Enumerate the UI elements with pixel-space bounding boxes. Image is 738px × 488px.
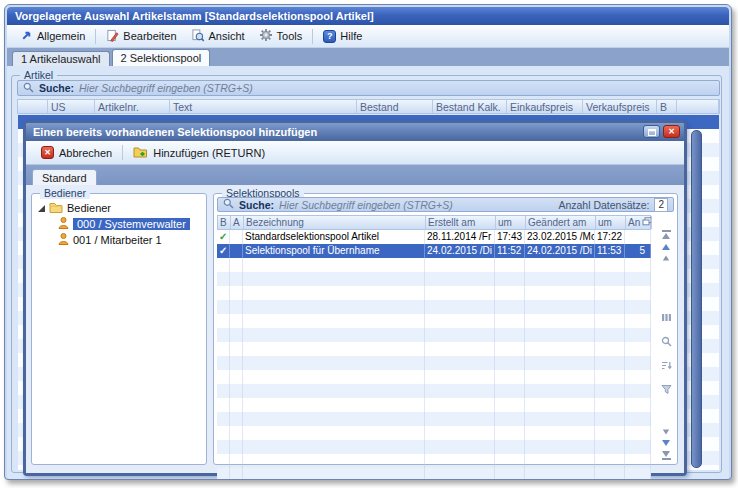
column-header[interactable]: um <box>496 216 526 229</box>
menu-allgemein[interactable]: Allgemein <box>13 27 92 46</box>
cell-bezeichnung: Selektionspool für Übernhame <box>243 244 425 258</box>
toolbar-separator <box>122 145 123 160</box>
add-label: Hinzufügen (RETURN) <box>153 147 265 159</box>
table-row[interactable]: ✓ Standardselektionspool Artikel 28.11.2… <box>217 230 651 244</box>
scroll-up-icon[interactable] <box>662 244 670 250</box>
column-header[interactable]: Bestand <box>357 100 433 113</box>
columns-icon[interactable] <box>661 309 672 327</box>
sort-icon[interactable] <box>661 357 672 375</box>
scroll-end-icon[interactable] <box>662 451 671 460</box>
pools-search-bar[interactable]: Suche: Hier Suchbegriff eingeben (STRG+S… <box>217 197 674 212</box>
cell-a <box>230 230 243 244</box>
search-icon <box>23 82 34 95</box>
scroll-down-icon[interactable] <box>662 440 670 446</box>
search-label: Suche: <box>39 82 74 94</box>
tab-artikelauswahl[interactable]: 1 Artikelauswahl <box>12 51 110 66</box>
tree-root-label: Bediener <box>67 202 111 214</box>
cell-erstellt-am: 24.02.2015 /Di <box>425 244 495 258</box>
restore-button[interactable] <box>643 125 660 138</box>
screen: Vorgelagerte Auswahl Artikelstamm [Stand… <box>0 0 738 488</box>
cell-geaendert-um: 11:53 <box>595 244 625 258</box>
tab-standard[interactable]: Standard <box>32 169 97 185</box>
main-table-scrollbar[interactable] <box>691 130 702 468</box>
column-header[interactable]: Einkaufspreis <box>507 100 583 113</box>
cell-erstellt-am: 28.11.2014 /Fr <box>425 230 495 244</box>
column-header[interactable]: Bezeichnung <box>244 216 426 229</box>
table-row-empty <box>217 272 651 286</box>
cancel-x-icon: ✕ <box>41 146 54 159</box>
edit-page-icon <box>106 29 119 44</box>
menu-tools[interactable]: Tools <box>252 26 310 46</box>
cell-erstellt-um: 11:52 <box>495 244 525 258</box>
table-row-empty <box>217 384 651 398</box>
scroll-down-small-icon[interactable] <box>663 430 669 435</box>
scroll-top-icon[interactable] <box>662 230 671 239</box>
header-gutter <box>18 100 48 113</box>
tab-selektionspool[interactable]: 2 Selektionspool <box>112 49 211 66</box>
dialog-toolbar: ✕ Abbrechen Hinzufügen (RETURN) <box>26 141 684 165</box>
restore-icon <box>648 123 656 141</box>
table-row-empty <box>217 314 651 328</box>
zoom-icon[interactable] <box>661 333 672 351</box>
column-header-an[interactable]: An <box>626 216 652 229</box>
tree-node-systemverwalter[interactable]: 000 / Systemverwalter <box>38 216 204 232</box>
user-icon <box>58 217 69 231</box>
column-header[interactable]: Verkaufspreis <box>583 100 657 113</box>
tree-item-label-selected: 000 / Systemverwalter <box>73 218 190 230</box>
pools-table-empty-rows <box>217 258 651 479</box>
tree-item-label: 001 / Mitarbeiter 1 <box>73 234 162 246</box>
table-row-empty <box>217 398 651 412</box>
cell-erstellt-um: 17:43 <box>495 230 525 244</box>
menu-ansicht[interactable]: Ansicht <box>184 27 252 46</box>
tree-node-bediener[interactable]: Bediener <box>38 200 204 216</box>
expander-icon[interactable] <box>38 205 45 212</box>
tree-node-mitarbeiter1[interactable]: 001 / Mitarbeiter 1 <box>38 232 204 248</box>
search-placeholder: Hier Suchbegriff eingeben (STRG+S) <box>279 199 453 211</box>
close-icon: ✕ <box>668 123 675 141</box>
column-header[interactable]: Geändert am <box>526 216 596 229</box>
column-header[interactable]: Artikelnr. <box>95 100 170 113</box>
table-nav-strip <box>658 230 674 460</box>
column-header[interactable]: B <box>218 216 231 229</box>
row-check-icon: ✓ <box>217 244 230 258</box>
menu-label: Hilfe <box>340 30 362 42</box>
close-button[interactable]: ✕ <box>663 125 680 138</box>
add-button[interactable]: Hinzufügen (RETURN) <box>126 144 272 162</box>
column-header[interactable]: Erstellt am <box>426 216 496 229</box>
column-header[interactable]: B <box>657 100 677 113</box>
menu-separator <box>95 29 96 44</box>
menu-hilfe[interactable]: ? Hilfe <box>316 28 369 45</box>
column-header[interactable]: US <box>48 100 95 113</box>
filter-icon[interactable] <box>661 381 672 399</box>
gear-icon <box>259 28 273 44</box>
menu-label: Allgemein <box>37 30 85 42</box>
cancel-button[interactable]: ✕ Abbrechen <box>34 144 119 161</box>
dialog-add-selektionspool: Einen bereits vorhandenen Selektionspool… <box>23 120 687 476</box>
pools-table-header: B A Bezeichnung Erstellt am um Geändert … <box>217 215 651 230</box>
dialog-window-buttons: ✕ <box>643 125 680 138</box>
pools-table: B A Bezeichnung Erstellt am um Geändert … <box>217 215 651 479</box>
column-header[interactable]: Text <box>170 100 357 113</box>
column-header[interactable]: A <box>231 216 244 229</box>
cell-an: 5 <box>625 244 651 258</box>
scroll-up-small-icon[interactable] <box>663 256 669 261</box>
header-filler <box>677 100 719 113</box>
column-header[interactable]: Bestand Kalk. <box>433 100 507 113</box>
column-header[interactable]: um <box>596 216 626 229</box>
artikel-search-bar[interactable]: Suche: Hier Suchbegriff eingeben (STRG+S… <box>17 80 720 96</box>
artikel-table-header: US Artikelnr. Text Bestand Bestand Kalk.… <box>17 99 720 114</box>
add-folder-icon <box>133 146 148 160</box>
table-row-empty <box>217 286 651 300</box>
bediener-legend: Bediener <box>40 187 90 199</box>
record-count-badge: 2 <box>654 198 668 212</box>
table-row-selected[interactable]: ✓ Selektionspool für Übernhame 24.02.201… <box>217 244 651 258</box>
dialog-title: Einen bereits vorhandenen Selektionspool… <box>33 126 317 138</box>
table-row-empty <box>217 258 651 272</box>
search-placeholder: Hier Suchbegriff eingeben (STRG+S) <box>79 82 253 94</box>
menu-label: Bearbeiten <box>123 30 176 42</box>
user-icon <box>58 233 69 247</box>
folder-icon <box>49 202 63 215</box>
menu-bearbeiten[interactable]: Bearbeiten <box>99 27 183 46</box>
arrow-ne-icon <box>20 29 33 44</box>
bediener-tree: Bediener 000 / Systemverwalter 001 / Mit… <box>32 194 206 248</box>
